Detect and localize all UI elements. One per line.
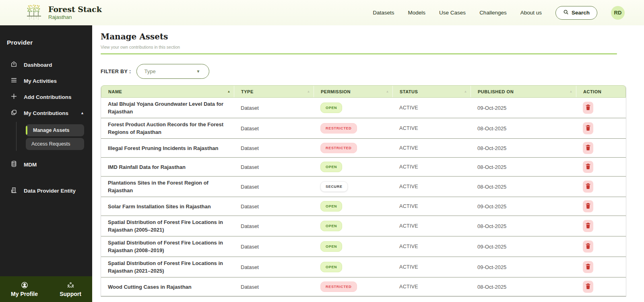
topnav-link-models[interactable]: Models — [408, 10, 426, 16]
delete-button[interactable] — [583, 200, 593, 212]
column-header-name[interactable]: NAME ▲ — [101, 86, 234, 97]
trash-icon — [585, 163, 591, 171]
permission-badge: RESTRICTED — [320, 281, 357, 292]
asset-name[interactable]: IMD Rainfall Data for Rajasthan — [101, 158, 234, 176]
asset-status: ACTIVE — [392, 118, 471, 138]
sidebar-item-label: My Activities — [24, 78, 57, 84]
asset-name[interactable]: Wood Cutting Cases in Rajasthan — [101, 277, 234, 296]
asset-type: Dataset — [234, 197, 314, 216]
sort-arrow-icon: ▲ — [307, 90, 310, 93]
search-button[interactable]: Search — [555, 6, 597, 20]
table-row: Spatial Distribution of Forest Fire Loca… — [101, 257, 626, 277]
asset-name[interactable]: Spatial Distribution of Forest Fire Loca… — [101, 257, 234, 277]
asset-status: ACTIVE — [392, 197, 471, 216]
asset-action-cell — [576, 98, 626, 118]
sidebar-item-my-activities[interactable]: My Activities — [0, 73, 92, 89]
assets-table: NAME ▲ TYPE ▲ PERMISSION ▲ STATUS ▲ PUBL… — [101, 85, 626, 297]
table-header-row: NAME ▲ TYPE ▲ PERMISSION ▲ STATUS ▲ PUBL… — [101, 85, 626, 98]
support-icon — [67, 281, 74, 290]
delete-button[interactable] — [583, 220, 593, 232]
sidebar-item-label: MDM — [24, 162, 37, 168]
sidebar-item-my-contributions[interactable]: My Contributions ▲ — [0, 105, 92, 121]
asset-type: Dataset — [234, 139, 314, 157]
delete-button[interactable] — [583, 281, 593, 293]
trash-icon — [585, 104, 591, 112]
trash-icon — [585, 243, 591, 251]
plus-icon — [10, 93, 17, 101]
asset-status: ACTIVE — [392, 236, 471, 257]
topnav-link-about-us[interactable]: About us — [520, 10, 542, 16]
published-date: 08-Oct-2025 — [471, 158, 576, 176]
sidebar-item-mdm[interactable]: MDM — [0, 156, 92, 173]
published-date: 08-Oct-2025 — [471, 118, 576, 138]
delete-button[interactable] — [583, 261, 593, 273]
topnav-link-challenges[interactable]: Challenges — [479, 10, 507, 16]
trash-icon — [585, 203, 591, 210]
asset-name[interactable]: Solar Farm Installation Sites in Rajasth… — [101, 197, 234, 216]
footer-item-label: Support — [60, 291, 81, 297]
filter-bar: FILTER BY : Type ▼ — [101, 64, 644, 79]
search-icon — [563, 9, 569, 16]
sidebar-item-data-provider-entity[interactable]: Data Provider Entity — [0, 183, 92, 199]
permission-badge: SECURE — [320, 181, 348, 192]
topnav-link-use-cases[interactable]: Use Cases — [439, 10, 466, 16]
delete-button[interactable] — [583, 142, 593, 154]
asset-type: Dataset — [234, 118, 314, 138]
asset-name[interactable]: Illegal Forest Pruning Incidents in Raja… — [101, 139, 234, 157]
asset-action-cell — [576, 197, 626, 216]
chevron-down-icon: ▼ — [196, 69, 200, 74]
asset-status: ACTIVE — [392, 216, 471, 236]
asset-status: ACTIVE — [392, 158, 471, 176]
asset-name[interactable]: Plantations Sites in the Forest Region o… — [101, 177, 234, 197]
asset-type: Dataset — [234, 257, 314, 277]
delete-button[interactable] — [583, 161, 593, 173]
column-header-status[interactable]: STATUS ▲ — [393, 86, 471, 97]
asset-permission-cell: OPEN — [314, 197, 392, 216]
building-icon — [10, 187, 17, 195]
asset-name[interactable]: Atal Bhujal Yojana Groundwater Level Dat… — [101, 98, 234, 118]
asset-permission-cell: OPEN — [314, 257, 392, 277]
column-header-permission[interactable]: PERMISSION ▲ — [314, 86, 393, 97]
type-filter-dropdown[interactable]: Type ▼ — [136, 64, 209, 79]
column-header-type[interactable]: TYPE ▲ — [234, 86, 314, 97]
trash-icon — [585, 283, 591, 291]
table-row: Atal Bhujal Yojana Groundwater Level Dat… — [101, 98, 626, 118]
trash-icon — [585, 144, 591, 152]
table-row: Wood Cutting Cases in Rajasthan Dataset … — [101, 277, 626, 296]
table-row: Spatial Distribution of Forest Fire Loca… — [101, 216, 626, 236]
home-icon — [10, 61, 17, 69]
asset-action-cell — [576, 139, 626, 157]
permission-badge: OPEN — [320, 262, 342, 272]
sidebar-item-dashboard[interactable]: Dashboard — [0, 57, 92, 73]
sidebar-subitem-access-requests[interactable]: Access Requests — [26, 138, 84, 150]
asset-action-cell — [576, 177, 626, 197]
my-contributions-submenu: Manage Assets Access Requests — [0, 121, 92, 154]
published-date: 08-Oct-2025 — [471, 277, 576, 296]
asset-action-cell — [576, 257, 626, 277]
delete-button[interactable] — [583, 122, 593, 134]
sidebar-item-add-contributions[interactable]: Add Contributions — [0, 89, 92, 105]
top-navigation: DatasetsModelsUse CasesChallengesAbout u… — [373, 6, 625, 20]
brand: Forest Stack Rajasthan — [25, 3, 102, 23]
delete-button[interactable] — [583, 102, 593, 114]
asset-action-cell — [576, 236, 626, 257]
asset-name[interactable]: Forest Product Auction Records for the F… — [101, 118, 234, 138]
support-button[interactable]: Support — [60, 281, 81, 297]
my-profile-button[interactable]: My Profile — [11, 281, 38, 297]
page-subtitle: View your own contributions in this sect… — [101, 45, 644, 49]
delete-button[interactable] — [583, 240, 593, 253]
asset-name[interactable]: Spatial Distribution of Forest Fire Loca… — [101, 236, 234, 257]
column-header-published-on[interactable]: PUBLISHED ON ▲ — [471, 86, 576, 97]
asset-permission-cell: OPEN — [314, 216, 392, 236]
topnav-link-datasets[interactable]: Datasets — [373, 10, 394, 16]
asset-permission-cell: RESTRICTED — [314, 139, 392, 157]
user-avatar[interactable]: RD — [611, 6, 625, 20]
sidebar-subitem-manage-assets[interactable]: Manage Assets — [26, 124, 84, 136]
asset-name[interactable]: Spatial Distribution of Forest Fire Loca… — [101, 216, 234, 236]
published-date: 09-Oct-2025 — [471, 236, 576, 257]
sidebar-item-label: Add Contributions — [24, 94, 71, 100]
asset-permission-cell: OPEN — [314, 158, 392, 176]
delete-button[interactable] — [583, 181, 593, 193]
asset-action-cell — [576, 158, 626, 176]
asset-status: ACTIVE — [392, 139, 471, 157]
